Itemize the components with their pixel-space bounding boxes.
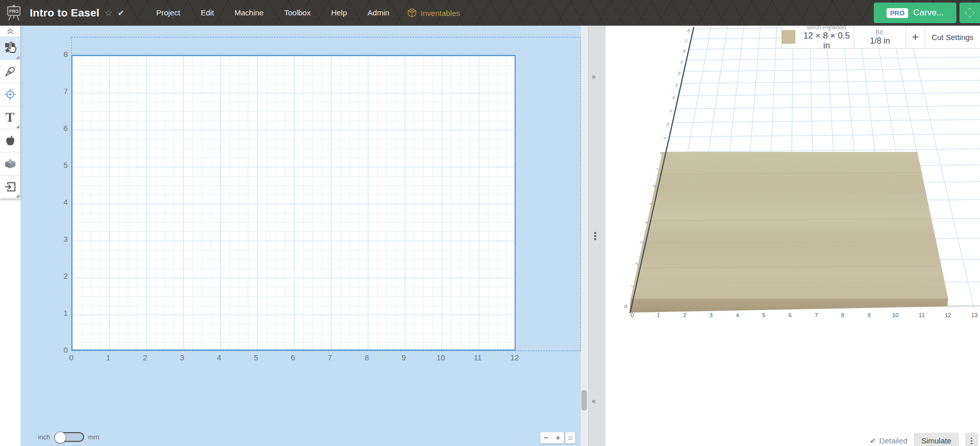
svg-text:0: 0: [624, 303, 628, 309]
zoom-home-button[interactable]: ⌂: [565, 432, 575, 443]
svg-text:17: 17: [683, 38, 689, 43]
zoom-out-button[interactable]: −: [540, 432, 552, 443]
material-selector[interactable]: Birch Plywood 12 × 8 × 0.5 in: [782, 26, 854, 48]
ruler-x-label: 6: [286, 353, 300, 362]
stock-material[interactable]: [630, 152, 948, 313]
svg-text:10: 10: [665, 122, 670, 127]
detailed-label: Detailed: [879, 436, 908, 445]
preview-menu-button[interactable]: ⋮: [965, 433, 978, 446]
tool-apps[interactable]: [0, 129, 20, 152]
text-tool-icon: T: [6, 111, 14, 124]
favorite-star-icon[interactable]: ☆: [105, 8, 112, 18]
tool-blocks[interactable]: [0, 152, 20, 176]
ruler-y-label: 6: [50, 124, 68, 132]
ruler-x-label: 2: [139, 353, 152, 362]
double-chevron-up-icon: [6, 28, 14, 35]
material-header: Birch Plywood 12 × 8 × 0.5 in Bit: 1/8 i…: [781, 26, 980, 49]
material-dimensions: 12 × 8 × 0.5 in: [799, 31, 854, 50]
svg-text:5: 5: [762, 312, 765, 318]
unit-toggle-knob[interactable]: [54, 432, 66, 443]
menu-item-project[interactable]: Project: [146, 0, 190, 26]
project-title[interactable]: Intro to Easel: [30, 7, 100, 19]
svg-text:PRO: PRO: [9, 9, 19, 14]
svg-text:15: 15: [679, 60, 684, 65]
unit-mm-label: mm: [88, 433, 100, 441]
svg-text:16: 16: [681, 49, 687, 54]
svg-text:4: 4: [736, 312, 739, 318]
design-canvas[interactable]: inch mm − + ⌂ 0123456789101112012345678: [21, 26, 588, 446]
svg-text:9: 9: [663, 136, 667, 140]
carve-button[interactable]: PRO Carve...: [874, 3, 956, 23]
preview-3d-panel[interactable]: 0123456789101112131234567891011121314151…: [605, 26, 980, 446]
zoom-in-button[interactable]: +: [552, 432, 564, 443]
home-icon: ⌂: [569, 434, 573, 441]
pro-badge: PRO: [887, 8, 908, 18]
canvas-scrollbar-thumb[interactable]: [581, 390, 587, 411]
svg-text:18: 18: [686, 28, 691, 33]
material-name: Birch Plywood: [799, 26, 854, 31]
ruler-x-label: 12: [508, 353, 521, 362]
canvas-scrollbar[interactable]: [581, 26, 588, 446]
carve-label: Carve...: [913, 8, 944, 18]
tool-set-origin[interactable]: [0, 83, 20, 106]
ruler-x-label: 4: [212, 353, 226, 362]
ruler-y-label: 1: [50, 308, 68, 317]
unit-toggle-group: inch mm: [38, 432, 100, 442]
ruler-y-label: 2: [50, 272, 68, 280]
ruler-x-label: 8: [360, 353, 374, 362]
jog-machine-button[interactable]: [959, 3, 980, 23]
tool-pen[interactable]: [0, 60, 20, 83]
ruler-y-label: 7: [50, 87, 68, 95]
toolbar-collapse-button[interactable]: [0, 26, 20, 37]
tool-text[interactable]: T: [0, 106, 20, 129]
apple-icon: [4, 134, 16, 147]
menu-item-toolbox[interactable]: Toolbox: [274, 0, 321, 26]
svg-text:14: 14: [676, 71, 681, 76]
unit-inch-label: inch: [38, 433, 50, 441]
import-icon: [4, 181, 16, 193]
svg-text:12: 12: [945, 312, 951, 318]
ruler-x-label: 11: [471, 353, 484, 362]
preview-footer: ✔ Detailed Simulate ⋮: [870, 433, 978, 446]
saved-check-icon: ✔: [117, 8, 124, 18]
bit-selector[interactable]: Bit: 1/8 in: [854, 26, 906, 48]
ruler-y-label: 0: [50, 345, 68, 354]
add-bit-button[interactable]: +: [906, 26, 925, 48]
zoom-controls: − +: [540, 432, 564, 443]
cut-settings-button[interactable]: Cut Settings: [925, 26, 980, 48]
divider-drag-handle[interactable]: [594, 232, 596, 234]
preview-3d-scene: 0123456789101112131234567891011121314151…: [605, 26, 980, 446]
ruler-x-label: 10: [434, 353, 447, 362]
simulate-button[interactable]: Simulate: [914, 433, 959, 446]
panel-divider[interactable]: » «: [588, 26, 605, 446]
menu-item-machine[interactable]: Machine: [224, 0, 274, 26]
jog-arrows-icon: [964, 7, 976, 19]
menu-item-edit[interactable]: Edit: [190, 0, 224, 26]
material-swatch[interactable]: [782, 30, 795, 44]
collapse-panel-icon[interactable]: «: [592, 396, 595, 405]
svg-text:13: 13: [674, 83, 679, 88]
inventables-label: Inventables: [421, 9, 460, 17]
tool-import[interactable]: [0, 176, 20, 199]
unit-toggle[interactable]: [54, 432, 84, 442]
pen-icon: [4, 65, 16, 77]
svg-text:6: 6: [789, 312, 792, 318]
ruler-y-label: 8: [50, 50, 68, 59]
easel-app: { "titlebar": { "logo_text": "PRO", "tit…: [0, 0, 980, 446]
lego-brick-icon: [4, 158, 17, 170]
origin-crosshair-icon: [4, 88, 16, 101]
inventables-link[interactable]: Inventables: [407, 8, 460, 18]
tool-shapes[interactable]: [0, 37, 20, 60]
easel-logo-icon[interactable]: PRO: [5, 4, 23, 22]
ruler-x-label: 5: [249, 353, 263, 362]
main-menu: ProjectEditMachineToolboxHelpAdmin: [146, 0, 399, 26]
detailed-checkbox[interactable]: ✔ Detailed: [870, 433, 908, 445]
menu-item-admin[interactable]: Admin: [357, 0, 400, 26]
svg-text:0: 0: [631, 312, 634, 318]
material-grid[interactable]: [71, 55, 516, 351]
svg-text:11: 11: [668, 108, 673, 113]
ruler-x-label: 3: [175, 353, 189, 362]
expand-panel-icon[interactable]: »: [592, 72, 595, 81]
menu-item-help[interactable]: Help: [321, 0, 357, 26]
shapes-icon: [4, 42, 16, 54]
